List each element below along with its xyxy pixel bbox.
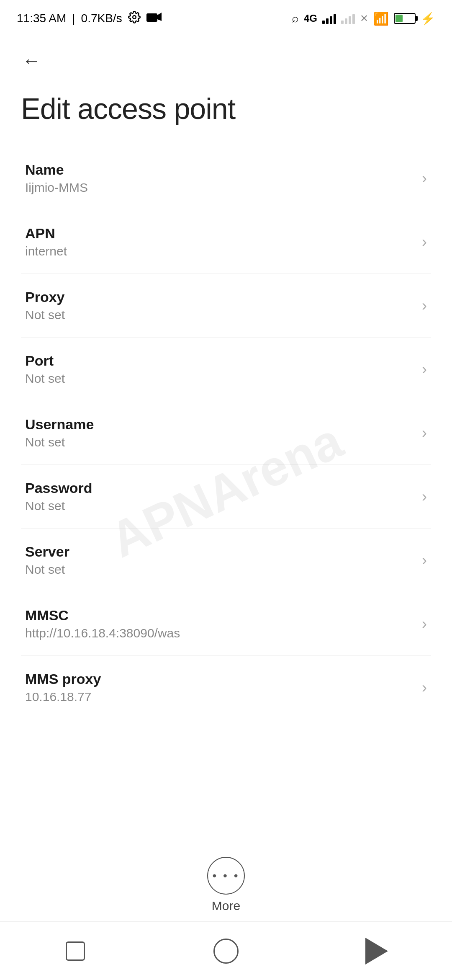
settings-item-content-3: PortNot set — [25, 353, 413, 386]
settings-item-content-8: MMS proxy10.16.18.77 — [25, 671, 413, 704]
back-arrow-icon: ← — [22, 50, 41, 71]
settings-item-value-7: http://10.16.18.4:38090/was — [25, 626, 413, 640]
settings-item-password[interactable]: PasswordNot set› — [21, 465, 431, 529]
settings-item-label-8: MMS proxy — [25, 671, 413, 687]
settings-item-value-1: internet — [25, 244, 413, 258]
settings-item-label-6: Server — [25, 544, 413, 560]
nav-bar — [0, 921, 452, 980]
battery — [394, 13, 416, 24]
settings-item-value-0: Iijmio-MMS — [25, 181, 413, 195]
signal-bars-2 — [341, 13, 355, 24]
nav-back-button[interactable] — [360, 934, 393, 968]
settings-item-username[interactable]: UsernameNot set› — [21, 401, 431, 465]
status-bar: 11:35 AM | 0.7KB/s ⌕ 4G — [0, 0, 452, 34]
chevron-right-icon: › — [422, 297, 427, 315]
svg-point-0 — [133, 15, 136, 19]
chevron-right-icon: › — [422, 615, 427, 633]
settings-item-content-7: MMSChttp://10.16.18.4:38090/was — [25, 607, 413, 640]
nav-back-icon — [365, 938, 388, 965]
settings-item-value-6: Not set — [25, 562, 413, 577]
nav-recents-icon — [66, 941, 85, 961]
settings-item-label-4: Username — [25, 416, 413, 433]
more-dots-icon: • • • — [213, 869, 240, 882]
settings-item-content-4: UsernameNot set — [25, 416, 413, 449]
settings-item-name[interactable]: NameIijmio-MMS› — [21, 147, 431, 210]
network-speed: 0.7KB/s — [81, 12, 122, 25]
settings-item-content-5: PasswordNot set — [25, 480, 413, 513]
settings-list: NameIijmio-MMS›APNinternet›ProxyNot set›… — [0, 147, 452, 719]
chevron-right-icon: › — [422, 233, 427, 251]
settings-item-mmsc[interactable]: MMSChttp://10.16.18.4:38090/was› — [21, 592, 431, 656]
status-right: ⌕ 4G ✕ 📶 ⚡ — [292, 11, 435, 26]
settings-item-value-3: Not set — [25, 371, 413, 386]
signal-bars-1 — [322, 13, 336, 24]
settings-item-content-2: ProxyNot set — [25, 289, 413, 322]
settings-item-port[interactable]: PortNot set› — [21, 338, 431, 401]
settings-item-apn[interactable]: APNinternet› — [21, 210, 431, 274]
svg-marker-2 — [157, 13, 162, 21]
settings-item-label-2: Proxy — [25, 289, 413, 305]
settings-item-label-3: Port — [25, 353, 413, 369]
nav-recents-button[interactable] — [59, 934, 92, 968]
settings-item-label-0: Name — [25, 162, 413, 178]
settings-item-value-4: Not set — [25, 435, 413, 449]
time: 11:35 AM — [17, 12, 66, 25]
settings-item-label-5: Password — [25, 480, 413, 496]
network-4g-icon: 4G — [304, 13, 317, 24]
wifi-icon: 📶 — [373, 11, 389, 26]
chevron-right-icon: › — [422, 679, 427, 696]
bluetooth-icon: ⌕ — [292, 12, 299, 25]
settings-item-value-5: Not set — [25, 499, 413, 513]
status-left: 11:35 AM | 0.7KB/s — [17, 11, 162, 26]
chevron-right-icon: › — [422, 361, 427, 378]
settings-item-value-8: 10.16.18.77 — [25, 690, 413, 704]
settings-item-label-7: MMSC — [25, 607, 413, 624]
separator: | — [72, 12, 75, 25]
more-button[interactable]: • • • More — [207, 857, 245, 913]
settings-item-content-0: NameIijmio-MMS — [25, 162, 413, 195]
chevron-right-icon: › — [422, 424, 427, 442]
svg-rect-1 — [146, 13, 157, 22]
page-title: Edit access point — [0, 84, 452, 147]
more-circle-icon: • • • — [207, 857, 245, 895]
more-area: • • • More — [0, 857, 452, 913]
nav-home-button[interactable] — [209, 934, 243, 968]
camera-icon — [146, 12, 162, 26]
more-label: More — [212, 899, 240, 913]
settings-item-mms-proxy[interactable]: MMS proxy10.16.18.77› — [21, 656, 431, 719]
settings-item-value-2: Not set — [25, 308, 413, 322]
settings-item-content-1: APNinternet — [25, 225, 413, 258]
settings-item-server[interactable]: ServerNot set› — [21, 529, 431, 592]
settings-item-label-1: APN — [25, 225, 413, 242]
nav-home-icon — [213, 939, 239, 964]
no-signal-icon: ✕ — [360, 13, 368, 24]
chevron-right-icon: › — [422, 170, 427, 187]
settings-icon — [128, 11, 141, 26]
charging-icon: ⚡ — [421, 12, 435, 26]
back-area: ← — [0, 34, 452, 84]
back-button[interactable]: ← — [17, 46, 46, 75]
chevron-right-icon: › — [422, 552, 427, 569]
settings-item-proxy[interactable]: ProxyNot set› — [21, 274, 431, 338]
chevron-right-icon: › — [422, 488, 427, 505]
settings-item-content-6: ServerNot set — [25, 544, 413, 577]
